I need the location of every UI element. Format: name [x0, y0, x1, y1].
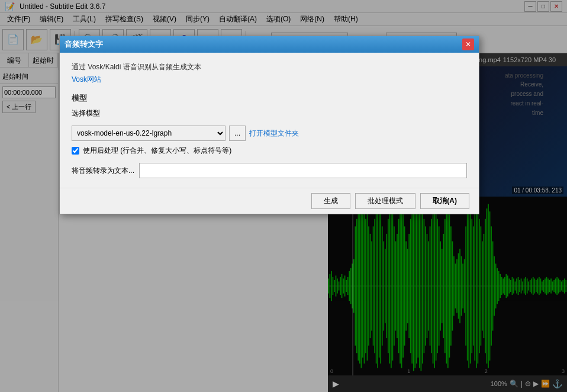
select-model-row: 选择模型	[72, 108, 467, 118]
batch-mode-button[interactable]: 批处理模式	[355, 193, 415, 209]
dialog-titlebar: 音频转文字 ✕	[60, 36, 479, 53]
model-select[interactable]: vosk-model-en-us-0.22-lgraph	[72, 126, 225, 141]
dialog-title: 音频转文字	[65, 39, 103, 50]
generate-button[interactable]: 生成	[311, 193, 350, 209]
model-section-title: 模型	[72, 93, 467, 104]
model-select-wrap: vosk-model-en-us-0.22-lgraph ... 打开模型文件夹	[72, 126, 467, 141]
select-model-label: 选择模型	[72, 108, 100, 118]
open-folder-link[interactable]: 打开模型文件夹	[249, 128, 299, 139]
dialog-footer: 生成 批处理模式 取消(A)	[60, 188, 479, 214]
dialog-body: 通过 Vosk/Kaldi 语音识别从音频生成文本 Vosk网站 模型 选择模型…	[60, 53, 479, 188]
post-process-checkbox[interactable]	[72, 147, 79, 155]
audio-path-label: 将音频转录为文本...	[72, 166, 134, 176]
cancel-button[interactable]: 取消(A)	[420, 193, 469, 209]
dialog-close-button[interactable]: ✕	[462, 38, 474, 50]
model-browse-button[interactable]: ...	[229, 126, 246, 141]
vosk-link[interactable]: Vosk网站	[72, 75, 101, 83]
dialog-desc: 通过 Vosk/Kaldi 语音识别从音频生成文本	[72, 62, 467, 72]
post-process-row: 使用后处理 (行合并、修复大小写、标点符号等)	[72, 146, 467, 156]
dialog-overlay: 音频转文字 ✕ 通过 Vosk/Kaldi 语音识别从音频生成文本 Vosk网站…	[0, 0, 567, 392]
audio-transcribe-dialog: 音频转文字 ✕ 通过 Vosk/Kaldi 语音识别从音频生成文本 Vosk网站…	[59, 36, 479, 214]
post-process-label: 使用后处理 (行合并、修复大小写、标点符号等)	[83, 146, 231, 156]
audio-path-row: 将音频转录为文本...	[72, 163, 467, 178]
audio-path-input[interactable]	[139, 163, 467, 178]
model-section: 模型 选择模型 vosk-model-en-us-0.22-lgraph ...…	[72, 93, 467, 141]
